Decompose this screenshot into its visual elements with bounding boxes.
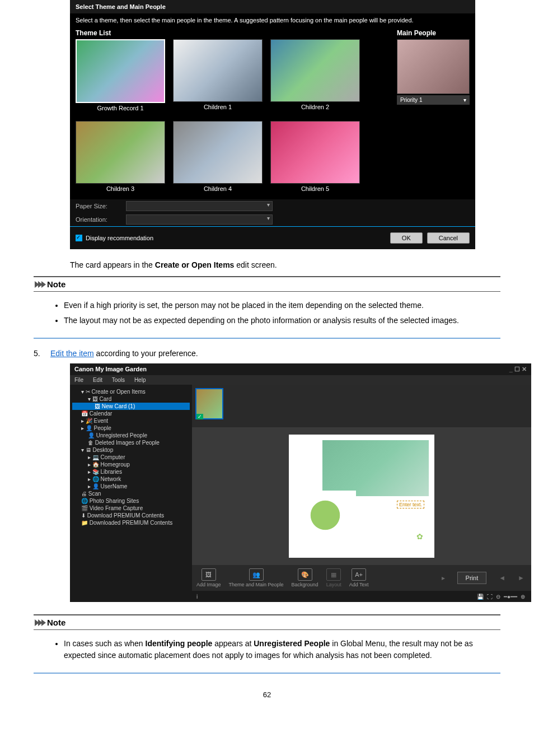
menu-bar[interactable]: File Edit Tools Help	[70, 375, 531, 385]
tree-computer[interactable]: ▸ 💻 Computer	[72, 454, 190, 461]
tree-video[interactable]: 🎬 Video Frame Capture	[72, 505, 190, 512]
note-item: In cases such as when Identifying people…	[64, 638, 495, 661]
card-preview: Enter text. ✿	[289, 435, 434, 558]
theme-item[interactable]: Growth Record 1	[76, 39, 165, 113]
tree-dledprem[interactable]: 📁 Downloaded PREMIUM Contents	[72, 519, 190, 526]
note-item: The layout may not be as expected depend…	[64, 315, 495, 326]
step-5: 5. Edit the item according to your prefe…	[34, 349, 500, 358]
zoom-slider[interactable]: ━●━━	[504, 594, 517, 600]
tree-desktop[interactable]: ▾ 🖥 Desktop	[72, 446, 190, 454]
page-number: 62	[34, 690, 500, 699]
card-thumbnail[interactable]	[195, 388, 223, 419]
bottom-toolbar: 🖼Add Image 👥Theme and Main People 🎨Backg…	[192, 565, 531, 591]
enter-text-placeholder[interactable]: Enter text.	[397, 501, 424, 508]
card-appears-text: The card appears in the Create or Open I…	[70, 260, 500, 269]
main-people-photo	[397, 39, 470, 94]
chevron-down-icon: ▾	[463, 97, 466, 103]
window-controls[interactable]: _ ☐ ✕	[509, 366, 527, 373]
menu-file[interactable]: File	[74, 377, 83, 383]
prev-icon[interactable]: ◄	[496, 574, 508, 582]
paper-size-label: Paper Size:	[76, 203, 126, 209]
note-box: Note Even if a high priority is set, the…	[34, 276, 500, 339]
cancel-button[interactable]: Cancel	[427, 232, 470, 244]
note-title: Note	[47, 279, 65, 289]
edit-item-link[interactable]: Edit the item	[50, 349, 94, 358]
dialog-subtitle: Select a theme, then select the main peo…	[70, 13, 475, 27]
decoration-icon: ✿	[416, 532, 423, 541]
status-bar: i 💾 ⛶ ⊖ ━●━━ ⊕	[192, 591, 531, 602]
tree-deleted[interactable]: 🗑 Deleted Images of People	[72, 439, 190, 446]
display-rec-checkbox[interactable]	[76, 235, 82, 241]
note-title: Note	[47, 618, 65, 627]
tree-create[interactable]: ▾ ✂ Create or Open Items	[72, 388, 190, 395]
fit-icon[interactable]: ⛶	[487, 594, 493, 600]
theme-list-label: Theme List	[76, 29, 391, 37]
menu-tools[interactable]: Tools	[112, 377, 125, 383]
tree-unreg[interactable]: 👤 Unregistered People	[72, 432, 190, 439]
add-image-button[interactable]: 🖼Add Image	[196, 568, 221, 587]
theme-item[interactable]: Children 3	[76, 121, 165, 194]
tree-scan[interactable]: 🖨 Scan	[72, 490, 190, 497]
tree-photoshare[interactable]: 🌐 Photo Sharing Sites	[72, 497, 190, 505]
tree-username[interactable]: ▸ 👤 UserName	[72, 483, 190, 490]
background-button[interactable]: 🎨Background	[292, 568, 318, 587]
info-icon[interactable]: i	[196, 594, 198, 600]
display-rec-label: Display recommendation	[86, 235, 153, 241]
save-icon[interactable]: 💾	[477, 594, 484, 600]
priority-select[interactable]: Priority 1▾	[397, 95, 470, 105]
tree-new-card[interactable]: 🖼 New Card (1)	[72, 403, 190, 410]
menu-edit[interactable]: Edit	[93, 377, 102, 383]
zoom-in-icon[interactable]: ⊕	[521, 594, 525, 600]
editor-canvas[interactable]: Enter text. ✿	[192, 427, 531, 565]
theme-item[interactable]: Children 1	[173, 39, 263, 113]
orientation-label: Orientation:	[76, 216, 126, 223]
note-box: Note In cases such as when Identifying p…	[34, 614, 500, 674]
orientation-select[interactable]	[126, 214, 273, 225]
tree-dlprem[interactable]: ⬇ Download PREMIUM Contents	[72, 512, 190, 519]
tree-card[interactable]: ▾ 🖼 Card	[72, 395, 190, 403]
theme-item[interactable]: Children 5	[270, 121, 360, 194]
app-title: Canon My Image Garden	[74, 366, 147, 373]
tree-network[interactable]: ▸ 🌐 Network	[72, 475, 190, 483]
menu-help[interactable]: Help	[134, 377, 146, 383]
thumbnail-bar[interactable]	[192, 385, 531, 427]
print-button[interactable]: Print	[457, 572, 487, 584]
next-icon[interactable]: ►	[516, 574, 527, 582]
ok-button[interactable]: OK	[390, 232, 423, 244]
zoom-out-icon[interactable]: ⊖	[496, 594, 500, 600]
note-item: Even if a high priority is set, the pers…	[64, 300, 495, 311]
note-chevrons-icon	[35, 281, 45, 288]
theme-button[interactable]: 👥Theme and Main People	[229, 568, 284, 587]
tree-calendar[interactable]: 📅 Calendar	[72, 410, 190, 417]
theme-item[interactable]: Children 2	[270, 39, 360, 113]
add-text-button[interactable]: A+Add Text	[349, 568, 369, 587]
main-people-label: Main People	[397, 29, 470, 37]
expand-icon[interactable]: ▸	[439, 574, 447, 582]
tree-event[interactable]: ▸ 🎉 Event	[72, 417, 190, 424]
tree-homegroup[interactable]: ▸ 🏠 Homegroup	[72, 461, 190, 468]
tree-libraries[interactable]: ▸ 📚 Libraries	[72, 468, 190, 475]
tree-people[interactable]: ▸ 👤 People	[72, 424, 190, 432]
theme-dialog: Select Theme and Main People Select a th…	[70, 0, 475, 249]
theme-item[interactable]: Children 4	[173, 121, 263, 194]
app-window: Canon My Image Garden_ ☐ ✕ File Edit Too…	[70, 363, 531, 602]
note-chevrons-icon	[35, 619, 45, 626]
dialog-title: Select Theme and Main People	[70, 0, 475, 13]
nav-tree[interactable]: ▾ ✂ Create or Open Items ▾ 🖼 Card 🖼 New …	[70, 385, 192, 602]
paper-size-select[interactable]	[126, 201, 273, 211]
layout-button[interactable]: ▦Layout	[326, 568, 341, 587]
